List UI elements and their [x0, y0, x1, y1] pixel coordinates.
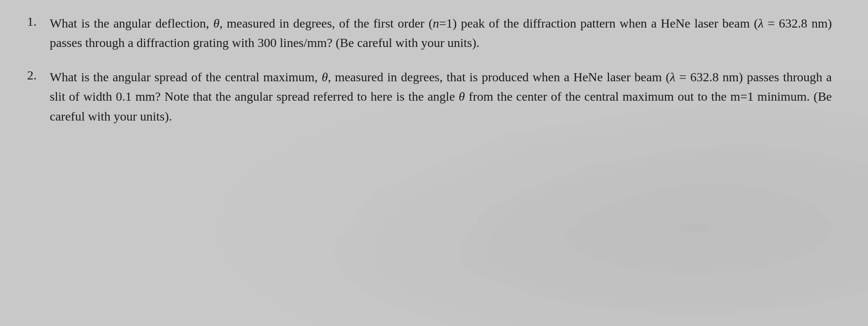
question-1-text: What is the angular deflection, θ, measu…: [50, 14, 832, 53]
question-1-number: 1.: [27, 14, 50, 29]
question-2: 2. What is the angular spread of the cen…: [27, 67, 832, 126]
question-1: 1. What is the angular deflection, θ, me…: [27, 14, 832, 53]
question-2-number: 2.: [27, 68, 50, 83]
question-2-text: What is the angular spread of the centra…: [50, 67, 832, 126]
content-area: 1. What is the angular deflection, θ, me…: [27, 14, 832, 140]
